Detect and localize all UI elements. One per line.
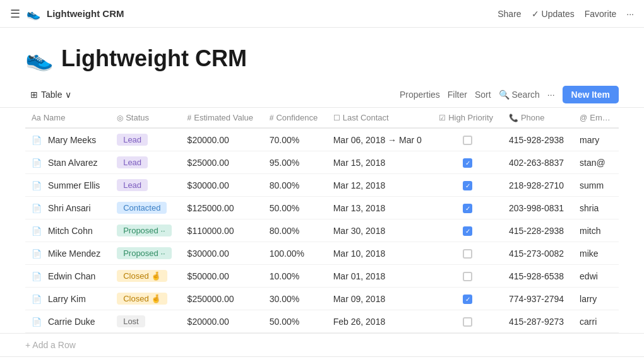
status-badge[interactable]: Lead [117,156,148,168]
toolbar-left: ⊞ Table ∨ [25,87,76,102]
new-item-button[interactable]: New Item [563,86,619,103]
cell-email: shria [573,197,619,219]
app-name: Lightweight CRM [47,8,124,19]
cell-status: Proposed ·· [110,219,181,242]
cell-phone: 203-998-0831 [503,197,573,219]
row-doc-icon: 📄 [32,249,42,259]
col-estimated-value: #Estimated Value [181,108,263,128]
cell-status: Closed 🤞 [110,265,181,288]
table-row[interactable]: 📄 Carrie Duke Lost $20000.00 50.00% Feb … [25,310,619,333]
high-priority-checkbox[interactable]: ✓ [463,295,472,304]
high-priority-checkbox[interactable] [463,249,472,259]
status-badge[interactable]: Lead [117,134,148,146]
status-badge[interactable]: Lost [117,315,145,327]
cell-email: mary [573,128,619,151]
cell-phone: 218-928-2710 [503,174,573,197]
cell-name: 📄 Larry Kim [25,288,110,310]
summary-row: COUNT 9 SUM $660000.00 AVERAGE 62.80% [0,356,644,362]
more-toolbar-options[interactable]: ··· [547,90,555,100]
cell-high-priority [432,265,503,288]
row-doc-icon: 📄 [32,317,42,327]
topnav-right: Share ✓ Updates Favorite ··· [498,9,634,19]
page-title: Lightweight CRM [61,45,247,72]
table-row[interactable]: 📄 Summer Ellis Lead $30000.00 80.00% Mar… [25,174,619,197]
toolbar-right: Properties Filter Sort 🔍 Search ··· New … [400,86,619,103]
cell-name: 📄 Summer Ellis [25,174,110,197]
high-priority-checkbox[interactable] [463,317,472,327]
cell-high-priority: ✓ [432,197,503,219]
table-row[interactable]: 📄 Stan Alvarez Lead $25000.00 95.00% Mar… [25,151,619,174]
cell-last-contact: Mar 30, 2018 [327,219,433,242]
cell-name: 📄 Shri Ansari [25,197,110,219]
cell-confidence: 70.00% [263,128,327,151]
sort-button[interactable]: Sort [475,90,491,100]
cell-high-priority [432,310,503,333]
more-options-button[interactable]: ··· [626,9,634,19]
cell-estimated-value: $20000.00 [181,128,263,151]
table-row[interactable]: 📄 Mitch Cohn Proposed ·· $110000.00 80.0… [25,219,619,242]
share-button[interactable]: Share [498,9,521,19]
table-row[interactable]: 📄 Mary Meeks Lead $20000.00 70.00% Mar 0… [25,128,619,151]
col-status: ◎Status [110,108,181,128]
top-navigation: ☰ 👟 Lightweight CRM Share ✓ Updates Favo… [0,0,644,28]
page-header: 👟 Lightweight CRM [0,28,644,82]
cell-estimated-value: $250000.00 [181,288,263,310]
cell-phone: 415-273-0082 [503,242,573,265]
cell-email: stan@ [573,151,619,174]
cell-estimated-value: $30000.00 [181,242,263,265]
cell-phone: 415-928-6538 [503,265,573,288]
table-row[interactable]: 📄 Mike Mendez Proposed ·· $30000.00 100.… [25,242,619,265]
table-header-row: AaName ◎Status #Estimated Value #Confide… [25,108,619,128]
high-priority-checkbox[interactable]: ✓ [463,181,472,190]
cell-estimated-value: $20000.00 [181,310,263,333]
status-badge[interactable]: Proposed ·· [117,247,172,259]
cell-status: Lead [110,174,181,197]
search-icon: 🔍 [499,90,510,100]
status-badge[interactable]: Proposed ·· [117,225,172,236]
table-row[interactable]: 📄 Larry Kim Closed 🤞 $250000.00 30.00% M… [25,288,619,310]
cell-phone: 402-263-8837 [503,151,573,174]
cell-phone: 415-928-2938 [503,128,573,151]
high-priority-checkbox[interactable]: ✓ [463,158,472,168]
search-button[interactable]: 🔍 Search [499,90,540,100]
cell-last-contact: Mar 09, 2018 [327,288,433,310]
table-view-button[interactable]: ⊞ Table ∨ [25,87,76,102]
col-last-contact: ☐Last Contact [327,108,433,128]
cell-estimated-value: $25000.00 [181,151,263,174]
app-icon: 👟 [27,7,40,21]
col-high-priority: ☑High Priority [432,108,503,128]
table-row[interactable]: 📄 Shri Ansari Contacted $125000.00 50.00… [25,197,619,219]
properties-button[interactable]: Properties [400,90,440,100]
row-doc-icon: 📄 [32,181,42,190]
favorite-button[interactable]: Favorite [585,9,617,19]
row-doc-icon: 📄 [32,204,42,213]
hamburger-menu[interactable]: ☰ [10,7,20,21]
cell-phone: 415-228-2938 [503,219,573,242]
cell-name: 📄 Edwin Chan [25,265,110,288]
row-doc-icon: 📄 [32,272,42,281]
row-doc-icon: 📄 [32,226,42,236]
cell-email: mitch [573,219,619,242]
col-name: AaName [25,108,110,128]
status-badge[interactable]: Closed 🤞 [117,293,167,305]
high-priority-checkbox[interactable]: ✓ [463,204,472,213]
filter-button[interactable]: Filter [448,90,467,100]
row-doc-icon: 📄 [32,295,42,304]
data-table-container: AaName ◎Status #Estimated Value #Confide… [0,108,644,333]
table-row[interactable]: 📄 Edwin Chan Closed 🤞 $50000.00 10.00% M… [25,265,619,288]
cell-confidence: 50.00% [263,197,327,219]
high-priority-checkbox[interactable]: ✓ [463,226,472,236]
updates-button[interactable]: ✓ Updates [532,9,575,19]
cell-email: edwi [573,265,619,288]
cell-confidence: 80.00% [263,174,327,197]
table-footer: + Add a Row [0,333,644,356]
cell-email: summ [573,174,619,197]
add-row-button[interactable]: + Add a Row [25,340,76,350]
high-priority-checkbox[interactable] [463,272,472,281]
col-email: @Em… [573,108,619,128]
cell-name: 📄 Mike Mendez [25,242,110,265]
status-badge[interactable]: Closed 🤞 [117,270,167,282]
status-badge[interactable]: Lead [117,179,148,191]
high-priority-checkbox[interactable] [463,136,472,145]
status-badge[interactable]: Contacted [117,202,167,214]
